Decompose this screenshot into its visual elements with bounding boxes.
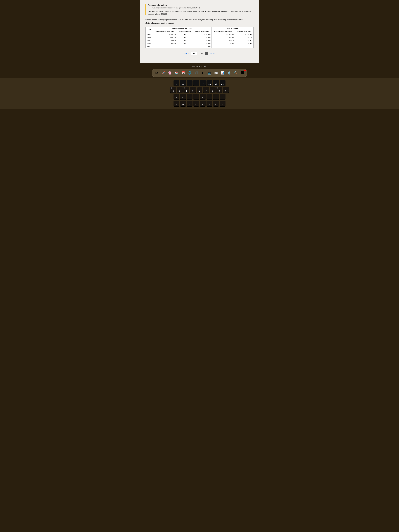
cell-year: Year 1 xyxy=(146,33,153,36)
cell-accum-value[interactable]: 33,375 xyxy=(212,39,235,42)
key-f[interactable]: F xyxy=(187,101,192,106)
table-body: Year 1 $ 260,000 4% $ 28,000 $ 133,500 $… xyxy=(146,33,253,48)
cell-beginning-value[interactable]: 33,375 xyxy=(153,42,177,45)
cell-year: Year 2 xyxy=(146,36,153,39)
dock-item-chrome[interactable]: 🌐 xyxy=(187,70,192,76)
key-brightness-down[interactable]: ☼F2 xyxy=(173,80,179,86)
key-l[interactable]: L xyxy=(220,101,226,106)
table-row: Year 4 33,375 4% 28,000 16,688 16,688 xyxy=(146,42,253,45)
cell-beginning-value[interactable]: $ 260,000 xyxy=(153,33,177,36)
cell-accum-value[interactable]: 66,750 xyxy=(212,36,235,39)
key-mission-control[interactable]: ⊞F3 xyxy=(180,80,186,86)
table-row: Year 3 66,750 4% 28,000 33,375 33,375 xyxy=(146,39,253,42)
key-3[interactable]: #3 xyxy=(177,87,183,93)
next-button[interactable]: Next › xyxy=(210,52,215,55)
screen-content: Required information [The following info… xyxy=(140,0,259,63)
dock-item-stocks[interactable]: 📊 xyxy=(220,70,226,76)
key-4[interactable]: $4 xyxy=(184,87,189,93)
question-text: Prepare a table showing depreciation and… xyxy=(146,19,253,21)
key-play-pause[interactable]: ▶‖F8 xyxy=(213,80,219,86)
required-info-body: NewTech purchases computer equipment for… xyxy=(148,10,253,15)
cell-annual-value[interactable]: $ 112,000 xyxy=(193,45,211,48)
dock-item-photos[interactable]: 🌸 xyxy=(167,70,173,76)
key-launchpad[interactable]: ⊟F4 xyxy=(187,80,192,86)
cell-annual-value[interactable]: 28,000 xyxy=(193,42,211,45)
dock-item-spotify[interactable]: 📚 xyxy=(173,70,179,76)
dock-container: MacBook Air 🗂🚀🌸📚📅🌐🎵🎙📺📰📊⚙️🔨🅰1 xyxy=(140,63,259,78)
page-number-input[interactable] xyxy=(191,52,197,55)
col-header-year-end-book-value: Year-End Book Value xyxy=(235,30,253,33)
cell-year: Year 4 xyxy=(146,42,153,45)
key-keyboard-brightness-up[interactable]: ⋰F6 xyxy=(200,80,206,86)
cell-year-end-value[interactable]: 66,750 xyxy=(235,36,253,39)
cell-annual-value[interactable]: $ 28,000 xyxy=(193,33,211,36)
page-grid-icon[interactable] xyxy=(205,52,208,55)
dock-item-music[interactable]: 🎵 xyxy=(193,70,199,76)
dock-item-launchpad[interactable]: 🚀 xyxy=(160,70,166,76)
key-i[interactable]: I xyxy=(213,94,219,100)
cell-accum-value[interactable]: 16,688 xyxy=(212,42,235,45)
key-rewind[interactable]: ◀◀F7 xyxy=(207,80,212,86)
key-6[interactable]: ^6 xyxy=(196,87,203,93)
key-s[interactable]: S xyxy=(173,101,179,106)
key-u[interactable]: U xyxy=(207,94,212,100)
cell-rate[interactable]: 4% xyxy=(177,36,193,39)
cell-year: Year 3 xyxy=(146,39,153,42)
key-k[interactable]: K xyxy=(213,101,219,106)
key-fast-forward[interactable]: ▶▶F9 xyxy=(220,80,226,86)
cell-rate[interactable]: 4% xyxy=(177,39,193,42)
col-header-beginning-year: Beginning-Year Book Value xyxy=(153,30,177,33)
key-w[interactable]: W xyxy=(173,94,179,100)
col-header-accumulated-depreciation: Accumulated Depreciation xyxy=(212,30,235,33)
cell-annual-value[interactable]: 28,000 xyxy=(193,36,211,39)
cell-rate[interactable]: 4% xyxy=(177,33,193,36)
key-o[interactable]: O xyxy=(220,94,226,100)
cell-annual-value[interactable]: 28,000 xyxy=(193,39,211,42)
dock-item-xcode[interactable]: 🔨 xyxy=(233,70,239,76)
key-keyboard-brightness-down[interactable]: ⋯F5 xyxy=(193,80,199,86)
next-label[interactable]: Next xyxy=(210,52,214,55)
col-header-year: Year xyxy=(146,27,153,33)
cell-rate[interactable] xyxy=(177,45,193,48)
key-g[interactable]: G xyxy=(193,101,199,106)
cell-year-end-value[interactable] xyxy=(235,45,253,48)
key-h[interactable]: H xyxy=(200,101,206,106)
question-note: (Enter all amounts positive values.) xyxy=(146,22,253,24)
cell-accum-value[interactable]: $ 133,500 xyxy=(212,33,235,36)
dock-item-appletv[interactable]: 📺 xyxy=(207,70,212,76)
key-0[interactable]: )0 xyxy=(223,87,229,93)
dock-item-news[interactable]: 📰 xyxy=(213,70,219,76)
cell-beginning-value[interactable]: 133,500 xyxy=(153,36,177,39)
cell-beginning-value[interactable]: 66,750 xyxy=(153,39,177,42)
key-7[interactable]: &7 xyxy=(203,87,209,93)
dock-item-podcast[interactable]: 🎙 xyxy=(200,70,206,76)
key-5[interactable]: %5 xyxy=(190,87,196,93)
depreciation-table: Year Depreciation for the Period End of … xyxy=(146,27,253,48)
dock-item-systemprefs[interactable]: ⚙️ xyxy=(226,70,232,76)
dock-item-finder[interactable]: 🗂 xyxy=(154,70,159,76)
number-key-row: @2 #3 $4 %5 ^6 &7 *8 (9 )0 xyxy=(170,87,229,93)
key-d[interactable]: D xyxy=(180,101,186,106)
cell-year-end-value[interactable]: 33,375 xyxy=(235,39,253,42)
key-2[interactable]: @2 xyxy=(170,87,176,93)
table-row: Year 2 133,500 4% 28,000 66,750 66,750 xyxy=(146,36,253,39)
cell-accum-value[interactable] xyxy=(212,45,235,48)
key-8[interactable]: *8 xyxy=(210,87,215,93)
cell-beginning-value[interactable] xyxy=(153,45,177,48)
fn-key-row: ☼F2 ⊞F3 ⊟F4 ⋯F5 ⋰F6 ◀◀F7 ▶‖F8 ▶▶F9 xyxy=(173,80,226,86)
key-y[interactable]: Y xyxy=(200,94,206,100)
key-t[interactable]: T xyxy=(193,94,199,100)
prev-button[interactable]: ‹ Prev xyxy=(184,52,189,55)
prev-label[interactable]: Prev xyxy=(185,52,189,55)
key-j[interactable]: J xyxy=(207,101,212,106)
cell-year-end-value[interactable]: $ 133,500 xyxy=(235,33,253,36)
key-r[interactable]: R xyxy=(187,94,192,100)
qwerty-key-row: W E R T Y U I O xyxy=(173,94,226,100)
key-e[interactable]: E xyxy=(180,94,186,100)
cell-year-end-value[interactable]: 16,688 xyxy=(235,42,253,45)
key-9[interactable]: (9 xyxy=(216,87,222,93)
dock-item-calendar[interactable]: 📅 xyxy=(180,70,186,76)
dock-item-appstore[interactable]: 🅰1 xyxy=(240,70,245,76)
cell-rate[interactable]: 4% xyxy=(177,42,193,45)
group-header-end-period: End of Period xyxy=(212,27,253,30)
